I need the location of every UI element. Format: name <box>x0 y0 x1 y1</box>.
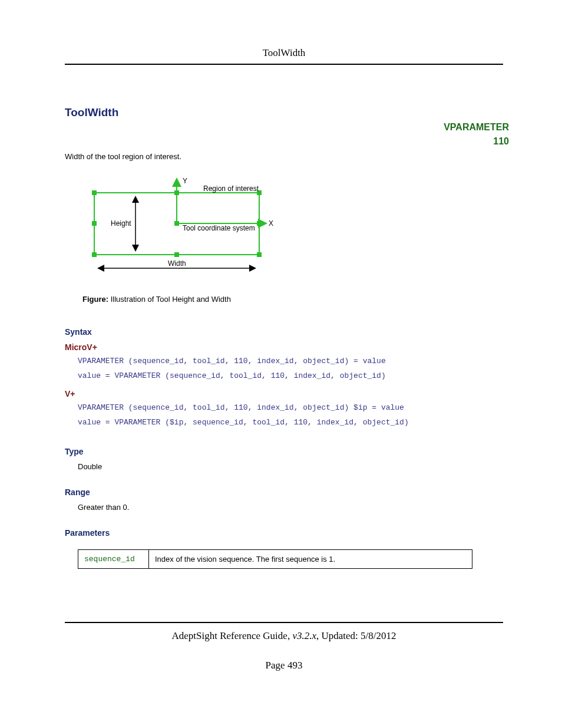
page-title: ToolWidth <box>65 106 503 119</box>
svg-rect-6 <box>174 252 179 257</box>
microv-code: VPARAMETER (sequence_id, tool_id, 110, i… <box>78 354 503 383</box>
vplus-heading: V+ <box>65 389 503 398</box>
footer-version: , v3.2.x <box>287 630 316 641</box>
table-row: sequence_id Index of the vision sequence… <box>78 549 472 568</box>
width-label: Width <box>168 259 186 268</box>
vparameter-label: VPARAMETER <box>444 120 509 134</box>
svg-rect-7 <box>92 221 97 226</box>
figure-caption-prefix: Figure: <box>82 295 108 304</box>
footer-updated: , Updated: 5/8/2012 <box>316 630 396 641</box>
svg-rect-11 <box>174 221 179 226</box>
tool-coord-label: Tool coordinate system <box>183 224 255 232</box>
svg-rect-1 <box>92 190 97 195</box>
microv-heading: MicroV+ <box>65 342 503 352</box>
page-number: Page 493 <box>65 660 503 671</box>
x-axis-label: X <box>269 219 273 228</box>
range-value: Greater than 0. <box>78 503 503 512</box>
vplus-code: VPARAMETER (sequence_id, tool_id, 110, i… <box>78 401 503 430</box>
figure-caption: Figure: Illustration of Tool Height and … <box>82 295 503 304</box>
height-label: Height <box>111 219 131 228</box>
parameters-table: sequence_id Index of the vision sequence… <box>78 549 472 569</box>
type-heading: Type <box>65 447 503 456</box>
type-value: Double <box>78 462 503 471</box>
footer: AdeptSight Reference Guide, v3.2.x, Upda… <box>65 622 503 642</box>
parameters-heading: Parameters <box>65 528 503 538</box>
description: Width of the tool region of interest. <box>65 152 503 161</box>
svg-rect-3 <box>92 252 97 257</box>
svg-rect-4 <box>257 252 262 257</box>
running-header: ToolWidth <box>65 47 503 65</box>
vparameter-badge: VPARAMETER 110 <box>444 120 509 149</box>
roi-label: Region of interest <box>203 185 259 193</box>
footer-guide: AdeptSight Reference Guide <box>172 630 287 641</box>
param-desc: Index of the vision sequence. The first … <box>149 549 472 568</box>
figure-diagram: Y X Region of interest Tool coordinate s… <box>82 175 503 284</box>
figure-caption-text: Illustration of Tool Height and Width <box>108 295 231 304</box>
y-axis-label: Y <box>183 177 187 185</box>
param-name: sequence_id <box>78 549 149 568</box>
vparameter-number: 110 <box>444 134 509 149</box>
range-heading: Range <box>65 487 503 497</box>
syntax-heading: Syntax <box>65 327 503 337</box>
